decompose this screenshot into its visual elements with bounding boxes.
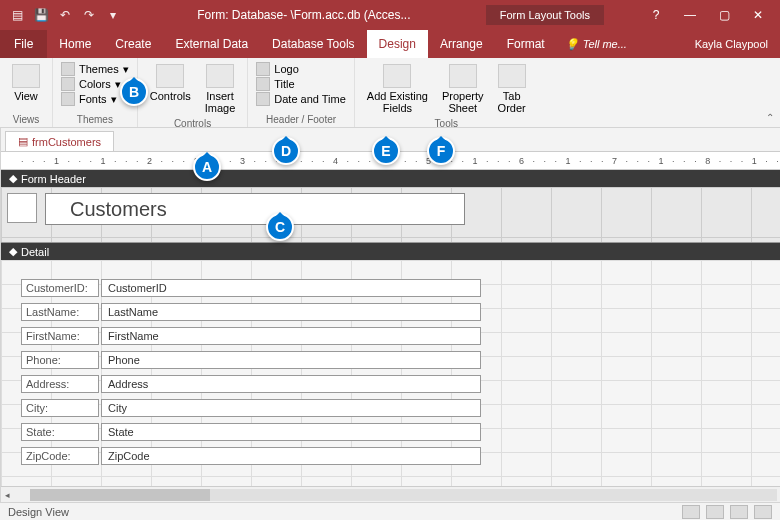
title-label: Title bbox=[274, 78, 294, 90]
redo-icon[interactable]: ↷ bbox=[80, 6, 98, 24]
fonts-icon bbox=[61, 92, 75, 106]
tab-format[interactable]: Format bbox=[495, 30, 557, 58]
horizontal-scrollbar[interactable]: ◂ ▸ bbox=[1, 486, 780, 502]
layout-view-button[interactable] bbox=[730, 505, 748, 519]
title-button[interactable]: Title bbox=[256, 77, 346, 91]
section-collapse-icon: ◆ bbox=[9, 172, 17, 185]
fonts-label: Fonts bbox=[79, 93, 107, 105]
view-button[interactable]: View bbox=[8, 62, 44, 104]
datasheet-view-button[interactable] bbox=[706, 505, 724, 519]
tell-me-search[interactable]: 💡 Tell me... bbox=[565, 38, 627, 51]
detail-area[interactable]: CustomerID:CustomerIDLastName:LastNameFi… bbox=[1, 260, 780, 486]
field-control[interactable]: State bbox=[101, 423, 481, 441]
document-tab-frmcustomers[interactable]: ▤ frmCustomers bbox=[5, 131, 114, 151]
tab-external-data[interactable]: External Data bbox=[163, 30, 260, 58]
minimize-icon[interactable]: — bbox=[678, 8, 702, 22]
field-label[interactable]: CustomerID: bbox=[21, 279, 99, 297]
section-collapse-icon: ◆ bbox=[9, 245, 17, 258]
field-label[interactable]: Phone: bbox=[21, 351, 99, 369]
field-control[interactable]: Address bbox=[101, 375, 481, 393]
scroll-left-icon[interactable]: ◂ bbox=[1, 490, 14, 500]
status-view-mode: Design View bbox=[8, 506, 69, 518]
field-label[interactable]: City: bbox=[21, 399, 99, 417]
field-label[interactable]: Address: bbox=[21, 375, 99, 393]
close-icon[interactable]: ✕ bbox=[746, 8, 770, 22]
themes-label: Themes bbox=[79, 63, 119, 75]
datetime-label: Date and Time bbox=[274, 93, 346, 105]
field-control[interactable]: FirstName bbox=[101, 327, 481, 345]
form-icon: ▤ bbox=[18, 135, 28, 148]
annotation-e: E bbox=[372, 137, 400, 165]
tab-database-tools[interactable]: Database Tools bbox=[260, 30, 367, 58]
field-control[interactable]: City bbox=[101, 399, 481, 417]
field-label[interactable]: FirstName: bbox=[21, 327, 99, 345]
controls-label: Controls bbox=[150, 90, 191, 102]
fonts-button[interactable]: Fonts ▾ bbox=[61, 92, 129, 106]
field-row: Address:Address bbox=[21, 372, 780, 396]
tab-home[interactable]: Home bbox=[47, 30, 103, 58]
image-icon bbox=[206, 64, 234, 88]
form-logo-placeholder[interactable] bbox=[7, 193, 37, 223]
form-title-control[interactable]: Customers bbox=[45, 193, 465, 225]
undo-icon[interactable]: ↶ bbox=[56, 6, 74, 24]
ribbon-group-views: View Views bbox=[0, 58, 53, 127]
themes-icon bbox=[61, 62, 75, 76]
qat-dropdown-icon[interactable]: ▾ bbox=[104, 6, 122, 24]
controls-button[interactable]: Controls bbox=[146, 62, 195, 104]
detail-label: Detail bbox=[21, 246, 49, 258]
property-sheet-button[interactable]: Property Sheet bbox=[438, 62, 488, 116]
annotation-a: A bbox=[193, 153, 221, 181]
themes-button[interactable]: Themes ▾ bbox=[61, 62, 129, 76]
save-icon[interactable]: 💾 bbox=[32, 6, 50, 24]
field-row: CustomerID:CustomerID bbox=[21, 276, 780, 300]
design-view-button[interactable] bbox=[754, 505, 772, 519]
add-fields-label: Add Existing Fields bbox=[367, 90, 428, 114]
window-controls: ? — ▢ ✕ bbox=[644, 8, 780, 22]
field-label[interactable]: LastName: bbox=[21, 303, 99, 321]
tab-arrange[interactable]: Arrange bbox=[428, 30, 495, 58]
add-existing-fields-button[interactable]: Add Existing Fields bbox=[363, 62, 432, 116]
scrollbar-thumb[interactable] bbox=[30, 489, 210, 501]
datetime-button[interactable]: Date and Time bbox=[256, 92, 346, 106]
field-control[interactable]: CustomerID bbox=[101, 279, 481, 297]
field-control[interactable]: ZipCode bbox=[101, 447, 481, 465]
logo-label: Logo bbox=[274, 63, 298, 75]
maximize-icon[interactable]: ▢ bbox=[712, 8, 736, 22]
annotation-c: C bbox=[266, 213, 294, 241]
annotation-b: B bbox=[120, 78, 148, 106]
logo-button[interactable]: Logo bbox=[256, 62, 346, 76]
form-header-area[interactable]: Customers bbox=[1, 187, 780, 243]
logo-icon bbox=[256, 62, 270, 76]
add-fields-icon bbox=[383, 64, 411, 88]
collapse-ribbon-icon[interactable]: ⌃ bbox=[766, 112, 774, 123]
field-label[interactable]: State: bbox=[21, 423, 99, 441]
insert-image-label: Insert Image bbox=[205, 90, 236, 114]
field-row: ZipCode:ZipCode bbox=[21, 444, 780, 468]
file-tab[interactable]: File bbox=[0, 30, 47, 58]
form-view-button[interactable] bbox=[682, 505, 700, 519]
insert-image-button[interactable]: Insert Image bbox=[201, 62, 240, 116]
group-label-views: Views bbox=[8, 112, 44, 127]
ribbon-group-tools: Add Existing Fields Property Sheet Tab O… bbox=[355, 58, 538, 127]
field-row: FirstName:FirstName bbox=[21, 324, 780, 348]
tab-create[interactable]: Create bbox=[103, 30, 163, 58]
user-name[interactable]: Kayla Claypool bbox=[695, 38, 780, 50]
property-sheet-label: Property Sheet bbox=[442, 90, 484, 114]
form-header-section-bar[interactable]: ◆ Form Header bbox=[1, 170, 780, 187]
field-control[interactable]: Phone bbox=[101, 351, 481, 369]
field-row: State:State bbox=[21, 420, 780, 444]
ribbon: View Views Themes ▾ Colors ▾ Fonts ▾ The… bbox=[0, 58, 780, 128]
help-icon[interactable]: ? bbox=[644, 8, 668, 22]
field-label[interactable]: ZipCode: bbox=[21, 447, 99, 465]
workspace: All Access Obje... ⊙ « Search... Tables⌃… bbox=[0, 128, 780, 502]
colors-button[interactable]: Colors ▾ bbox=[61, 77, 129, 91]
scrollbar-track[interactable] bbox=[30, 489, 777, 501]
field-control[interactable]: LastName bbox=[101, 303, 481, 321]
detail-section-bar[interactable]: ◆ Detail bbox=[1, 243, 780, 260]
property-sheet-icon bbox=[449, 64, 477, 88]
tab-order-button[interactable]: Tab Order bbox=[494, 62, 530, 116]
tab-design[interactable]: Design bbox=[367, 30, 428, 58]
ribbon-group-controls: Controls Insert Image Controls bbox=[138, 58, 249, 127]
view-switcher bbox=[682, 505, 772, 519]
form-canvas[interactable]: ◆ Form Header Customers ◆ Detail Custome… bbox=[1, 170, 780, 486]
